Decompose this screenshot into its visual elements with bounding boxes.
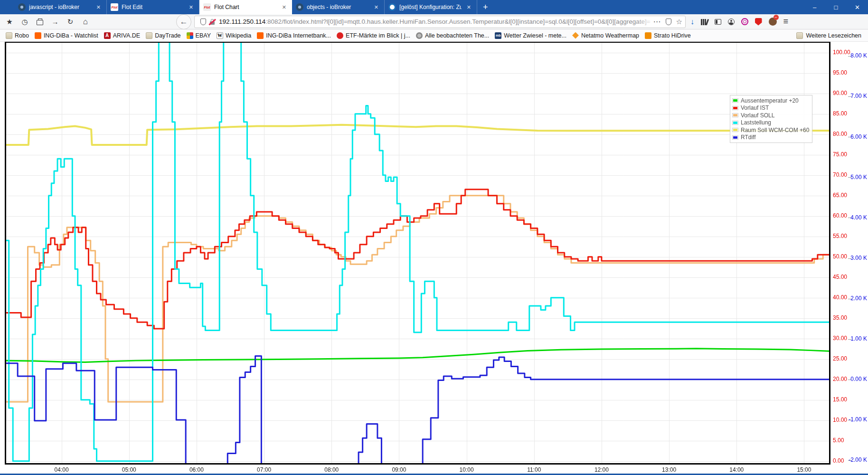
bookmark-item[interactable]: A ARIVA.DE: [101, 31, 143, 40]
bookmark-label: Strato HiDrive: [654, 32, 691, 39]
tab-close-icon[interactable]: ✕: [94, 3, 103, 11]
bookmark-label: Wetter Zwiesel - mete...: [504, 32, 566, 39]
tab-close-icon[interactable]: ✕: [280, 3, 288, 11]
forward-icon[interactable]: →: [48, 16, 62, 28]
account-icon[interactable]: [728, 19, 735, 25]
bookmark-item[interactable]: ETF-Märkte im Blick | j...: [334, 31, 413, 40]
new-tab-button[interactable]: +: [477, 0, 494, 14]
window-titlebar: javascript - ioBroker ✕ Flot Flot Edit ✕…: [0, 0, 868, 14]
legend-swatch-icon: [732, 128, 738, 132]
bookmark-label: Netatmo Weathermap: [581, 32, 639, 39]
download-icon[interactable]: ↓: [690, 18, 694, 26]
legend-row: Vorlauf IST: [732, 104, 809, 112]
browser-tab[interactable]: Flot Flot Edit ✕: [107, 0, 199, 14]
more-bookmarks-label: Weitere Lesezeichen: [806, 32, 861, 39]
bookmarks-list: Robo ING-DiBa - Watchlist A ARIVA.DE Day…: [3, 31, 694, 40]
tab-label: Flot Chart: [214, 4, 277, 10]
bookmark-favicon-icon: A: [104, 32, 111, 39]
legend-label: Laststellung: [741, 119, 771, 126]
browser-tab[interactable]: Flot Flot Chart ✕: [199, 0, 292, 14]
close-button[interactable]: ✕: [847, 0, 868, 14]
legend-row: Laststellung: [732, 119, 809, 127]
page-actions-icon[interactable]: ⋯: [653, 17, 661, 26]
bookmark-label: Alle beobachteten The...: [425, 32, 489, 39]
legend-swatch-icon: [732, 98, 738, 103]
legend-row: Raum Soll WCM-COM +60: [732, 126, 809, 134]
tab-label: objects - ioBroker: [307, 4, 369, 10]
extension-circles-icon[interactable]: [741, 18, 748, 25]
bookmark-label: ARIVA.DE: [113, 32, 140, 39]
url-bar[interactable]: 192.111.250.114:8082/flot/index.html?l[0…: [194, 16, 686, 28]
browser-tab[interactable]: objects - ioBroker ✕: [292, 0, 385, 14]
bookmark-item[interactable]: Alle beobachteten The...: [413, 31, 492, 40]
tab-close-icon[interactable]: ✕: [372, 3, 380, 11]
bookmark-label: Robo: [15, 32, 29, 39]
bookmark-item[interactable]: Netatmo Weathermap: [569, 31, 642, 40]
browser-tab[interactable]: [gelöst] Konfiguration: Zusätzli ✕: [385, 0, 477, 14]
tab-label: [gelöst] Konfiguration: Zusätzli: [399, 4, 462, 10]
bookmark-item[interactable]: mb Wetter Zwiesel - mete...: [492, 31, 569, 40]
tab-strip: javascript - ioBroker ✕ Flot Flot Edit ✕…: [14, 0, 477, 14]
legend-swatch-icon: [732, 113, 738, 117]
menu-icon[interactable]: ≡: [783, 17, 789, 27]
chart-area: Aussentemperatur +20 Vorlauf IST Vorlauf…: [0, 42, 868, 474]
url-path: :8082/flot/index.html?l[0][id]=mqtt.0.ha…: [265, 18, 650, 25]
more-bookmarks-button[interactable]: Weitere Lesezeichen: [793, 31, 865, 40]
url-host: 192.111.250.114: [219, 18, 265, 25]
tab-favicon-icon: [296, 3, 303, 11]
navigation-toolbar: ★ ◷ → ↻ ⌂ ← 192.111.250.114:8082/flot/in…: [0, 14, 868, 29]
bookmark-label: ETF-Märkte im Blick | j...: [346, 32, 410, 39]
legend-label: Vorlauf SOLL: [741, 112, 774, 119]
bookmark-favicon-icon: [187, 32, 193, 39]
tab-close-icon[interactable]: ✕: [187, 3, 195, 11]
bookmark-favicon-icon: [35, 32, 41, 39]
bookmark-favicon-icon: [337, 32, 343, 39]
home-icon[interactable]: ⌂: [79, 16, 92, 28]
bookmark-favicon-icon: [645, 32, 651, 39]
bookmark-label: ING-DiBa Internetbank...: [266, 32, 331, 39]
tampermonkey-icon[interactable]: [769, 18, 777, 26]
legend-label: Vorlauf IST: [741, 104, 769, 111]
bookmark-label: Wikipedia: [226, 32, 251, 39]
bookmark-item[interactable]: W Wikipedia: [214, 31, 254, 40]
bookmark-label: ING-DiBa - Watchlist: [44, 32, 98, 39]
reload-icon[interactable]: ↻: [64, 16, 77, 28]
bookmark-item[interactable]: ING-DiBa Internetbank...: [254, 31, 334, 40]
bookmark-item[interactable]: ING-DiBa - Watchlist: [32, 31, 101, 40]
tracking-protection-shield-icon[interactable]: [200, 19, 206, 25]
url-text[interactable]: 192.111.250.114:8082/flot/index.html?l[0…: [219, 18, 651, 25]
insecure-lock-icon: [209, 19, 216, 25]
bookmark-favicon-icon: [416, 32, 423, 39]
bookmark-label: DayTrade: [155, 32, 180, 39]
bookmark-favicon-icon: [572, 32, 579, 39]
legend-row: Vorlauf SOLL: [732, 112, 809, 119]
tab-label: javascript - ioBroker: [29, 4, 91, 10]
tab-favicon-icon: [388, 3, 396, 11]
folder-icon: [796, 32, 803, 39]
history-icon[interactable]: ◷: [18, 16, 31, 28]
pocket-icon[interactable]: [666, 19, 671, 25]
legend-swatch-icon: [732, 121, 738, 125]
tab-close-icon[interactable]: ✕: [465, 3, 473, 11]
bookmark-item[interactable]: Robo: [3, 31, 32, 40]
minimize-button[interactable]: –: [804, 0, 825, 14]
browser-tab[interactable]: javascript - ioBroker ✕: [14, 0, 107, 14]
bookmark-favicon-icon: mb: [495, 32, 501, 39]
legend-label: Raum Soll WCM-COM +60: [741, 127, 809, 133]
bookmark-import-icon[interactable]: ★: [3, 16, 16, 28]
bookmark-star-icon[interactable]: ☆: [676, 18, 682, 26]
print-icon[interactable]: [33, 16, 47, 28]
tab-favicon-icon: Flot: [111, 3, 118, 11]
printer-glyph: [37, 20, 43, 25]
sidebar-toggle-icon[interactable]: [715, 19, 721, 25]
bookmark-item[interactable]: Strato HiDrive: [642, 31, 694, 40]
window-controls: – □ ✕: [804, 0, 868, 14]
bookmark-item[interactable]: EBAY: [184, 31, 214, 40]
library-icon[interactable]: [701, 19, 708, 25]
adblock-shield-icon[interactable]: [755, 18, 762, 26]
maximize-button[interactable]: □: [825, 0, 847, 14]
legend-row: RTdiff: [732, 134, 809, 142]
back-icon[interactable]: ←: [176, 14, 191, 29]
tab-favicon-icon: Flot: [203, 3, 211, 11]
bookmark-item[interactable]: DayTrade: [143, 31, 183, 40]
